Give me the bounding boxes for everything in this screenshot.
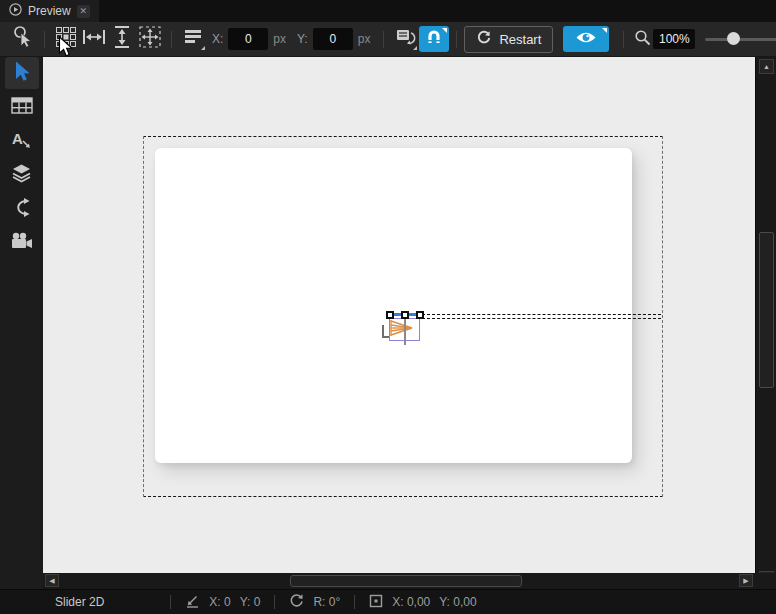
scroll-right-button[interactable]: ▶ (739, 574, 753, 587)
zoom-slider-handle[interactable] (727, 32, 740, 45)
separator (171, 31, 172, 48)
rotate-icon (289, 593, 304, 611)
camera-icon (10, 232, 33, 254)
fit-width-icon (82, 28, 106, 50)
tab-preview[interactable]: Preview ✕ (0, 0, 99, 22)
transitions-icon (12, 197, 31, 222)
grid-icon (56, 27, 76, 51)
item-align-button[interactable] (179, 25, 207, 53)
dropdown-corner-icon (602, 28, 607, 33)
design-canvas[interactable] (43, 57, 755, 573)
item-align-icon (183, 28, 203, 50)
rotation-readout: R: 0° (289, 593, 340, 611)
text-tool-icon: A (11, 129, 32, 153)
select-mode-icon (12, 25, 34, 53)
separator (623, 31, 624, 48)
grid-button[interactable] (52, 25, 80, 53)
camera-button[interactable] (5, 227, 39, 259)
table-view-icon (11, 97, 33, 118)
separator (274, 595, 275, 609)
y-position-label: Y: (297, 32, 308, 46)
origin-y-value: Y: 0,00 (439, 595, 476, 609)
position-y-value: Y: 0 (240, 595, 261, 609)
visibility-button[interactable] (563, 26, 609, 52)
magnet-button[interactable] (419, 26, 449, 52)
toolbar: X: px Y: px (0, 22, 776, 57)
reset-position-button[interactable] (391, 25, 419, 53)
x-position-input[interactable] (228, 28, 268, 50)
select-tool-button[interactable] (5, 57, 39, 89)
tab-bar: Preview ✕ (0, 0, 776, 22)
separator (456, 31, 457, 48)
tab-label: Preview (28, 4, 71, 18)
selection-handle[interactable] (401, 311, 409, 319)
origin-icon (369, 594, 383, 611)
tool-sidebar: A (0, 57, 43, 589)
select-tool-icon (12, 60, 32, 86)
select-mode-button[interactable] (9, 25, 37, 53)
scroll-up-button[interactable]: ▲ (759, 59, 774, 74)
separator (44, 31, 45, 48)
application-window: Preview ✕ (0, 0, 776, 614)
restart-label: Restart (499, 32, 541, 47)
close-icon[interactable]: ✕ (77, 5, 90, 18)
x-position-label: X: (212, 32, 223, 46)
horizontal-scrollbar[interactable]: ◀ ▶ (43, 573, 755, 589)
separator (170, 595, 171, 609)
zoom-icon (634, 29, 651, 50)
preview-play-icon (9, 2, 22, 20)
position-readout: X: 0 Y: 0 (185, 594, 260, 611)
fit-height-button[interactable] (108, 25, 136, 53)
separator (383, 31, 384, 48)
selection-handle[interactable] (386, 311, 394, 319)
selected-item-name: Slider 2D (55, 595, 104, 609)
dropdown-corner-icon (442, 28, 447, 33)
magnet-icon (425, 28, 443, 50)
zoom-slider-track[interactable] (705, 38, 776, 41)
layers-button[interactable] (5, 159, 39, 191)
status-bar: Slider 2D X: 0 Y: 0 R: 0° (0, 589, 776, 614)
separator (354, 595, 355, 609)
zoom-level[interactable]: 100% (653, 29, 695, 49)
scrollbar-corner (755, 573, 776, 589)
dropdown-corner-icon (201, 46, 205, 50)
eye-icon (575, 30, 597, 49)
svg-text:A: A (12, 130, 23, 147)
transitions-button[interactable] (5, 193, 39, 225)
x-unit-label: px (273, 32, 286, 46)
fit-width-button[interactable] (80, 25, 108, 53)
dropdown-corner-icon (413, 46, 417, 50)
vertical-scrollbar-thumb[interactable] (759, 232, 774, 388)
position-icon (185, 594, 200, 611)
text-tool-button[interactable]: A (5, 125, 39, 157)
position-x-value: X: 0 (209, 595, 230, 609)
restart-icon (476, 30, 492, 49)
rotation-value: R: 0° (313, 595, 340, 609)
y-unit-label: px (358, 32, 371, 46)
slider-track-boundary[interactable] (422, 314, 661, 319)
vertical-scrollbar[interactable]: ▲ ▼ (755, 57, 776, 589)
fit-height-icon (113, 25, 131, 53)
origin-x-value: X: 0,00 (392, 595, 430, 609)
restart-button[interactable]: Restart (464, 26, 553, 53)
y-position-input[interactable] (313, 28, 353, 50)
fit-all-icon (138, 25, 162, 53)
fit-all-button[interactable] (136, 25, 164, 53)
artboard[interactable] (155, 148, 632, 463)
scroll-left-button[interactable]: ◀ (45, 574, 59, 587)
layers-icon (11, 163, 32, 187)
zoom-slider[interactable] (705, 26, 776, 52)
table-view-button[interactable] (5, 91, 39, 123)
origin-readout: X: 0,00 Y: 0,00 (369, 594, 476, 611)
horizontal-scrollbar-thumb[interactable] (290, 575, 522, 587)
zoom-button[interactable] (631, 25, 653, 53)
selection-handle[interactable] (416, 311, 424, 319)
